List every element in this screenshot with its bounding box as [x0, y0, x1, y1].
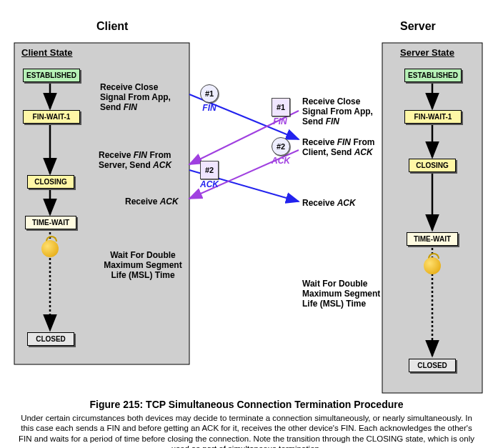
- server-state-closing: CLOSING: [409, 159, 456, 172]
- badge-1-square: #1: [272, 98, 290, 116]
- server-panel-title: Server State: [400, 47, 454, 58]
- client-state-established: ESTABLISHED: [23, 69, 80, 82]
- msg-fin-client: FIN: [201, 103, 217, 113]
- server-state-closed: CLOSED: [409, 359, 456, 372]
- badge-2-square: #2: [200, 161, 219, 179]
- caption-body: Under certain circumstances both devices…: [14, 413, 479, 448]
- badge-2-circle: #2: [272, 137, 290, 156]
- timer-icon-client: [41, 236, 59, 257]
- client-panel-title: Client State: [21, 47, 73, 58]
- client-event-recvack: Receive ACK: [125, 196, 196, 206]
- server-state-finwait1: FIN-WAIT-1: [404, 110, 462, 124]
- caption-title: Figure 215: TCP Simultaneous Connection …: [14, 399, 479, 410]
- msg-ack-server: ACK: [270, 156, 292, 166]
- client-state-timewait: TIME-WAIT: [25, 216, 76, 229]
- client-state-finwait1: FIN-WAIT-1: [23, 110, 80, 124]
- client-event-wait: Wait For Double Maximum Segment Life (MS…: [96, 250, 189, 280]
- msg-ack-client: ACK: [199, 179, 220, 189]
- server-header: Server: [400, 20, 436, 33]
- server-event-recvack: Receive ACK: [302, 198, 374, 208]
- badge-1-circle: #1: [200, 84, 219, 103]
- server-state-established: ESTABLISHED: [404, 69, 462, 82]
- diagram-canvas: Client Server Client State Server State …: [0, 0, 493, 448]
- server-event-close: Receive Close Signal From App, Send FIN: [302, 96, 381, 126]
- server-state-timewait: TIME-WAIT: [407, 232, 458, 246]
- timer-icon-server: [424, 253, 441, 274]
- server-event-wait: Wait For Double Maximum Segment Life (MS…: [302, 279, 384, 309]
- figure-caption: Figure 215: TCP Simultaneous Connection …: [14, 399, 479, 448]
- client-state-closed: CLOSED: [27, 332, 74, 346]
- client-state-closing: CLOSING: [27, 175, 74, 189]
- msg-fin-server: FIN: [271, 116, 289, 126]
- client-header: Client: [96, 20, 128, 33]
- server-event-recvfin: Receive FIN From Client, Send ACK: [302, 137, 382, 157]
- client-event-close: Receive Close Signal From App, Send FIN: [100, 82, 186, 112]
- client-event-recvfin: Receive FIN From Server, Send ACK: [99, 150, 190, 170]
